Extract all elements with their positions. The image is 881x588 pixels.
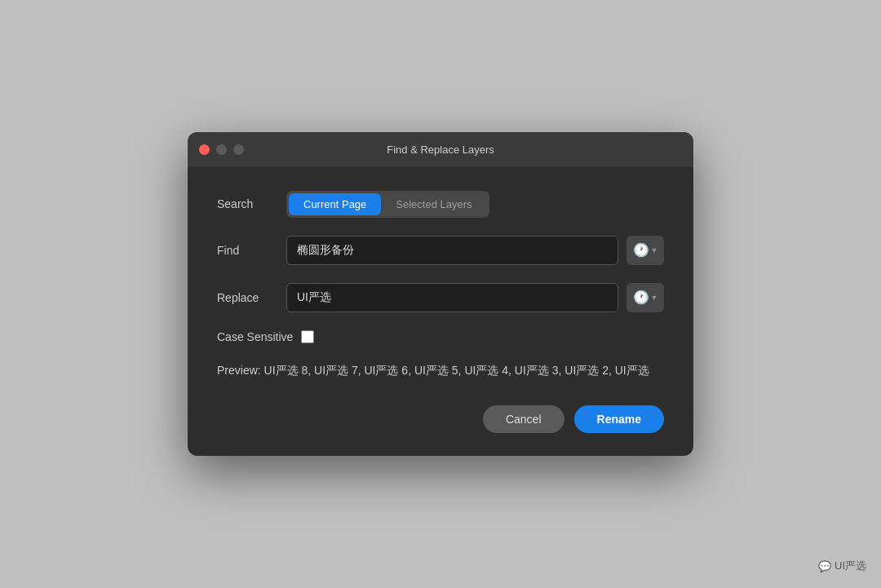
replace-row: Replace 🕐 ▼ — [217, 283, 664, 312]
chevron-down-icon: ▼ — [651, 246, 658, 254]
watermark-icon: 💬 — [818, 560, 831, 573]
case-sensitive-row: Case Sensitive — [217, 330, 664, 343]
history-icon: 🕐 — [633, 242, 649, 258]
find-row: Find 🕐 ▼ — [217, 236, 664, 265]
dialog-title: Find & Replace Layers — [387, 144, 494, 156]
find-input-row: 🕐 ▼ — [286, 236, 664, 265]
replace-label: Replace — [217, 291, 286, 304]
button-row: Cancel Rename — [217, 405, 664, 433]
selected-layers-toggle[interactable]: Selected Layers — [381, 193, 486, 215]
preview-section: Preview: UI严选 8, UI严选 7, UI严选 6, UI严选 5,… — [217, 361, 664, 379]
minimize-button[interactable] — [216, 144, 227, 155]
find-input[interactable] — [286, 236, 618, 265]
current-page-toggle[interactable]: Current Page — [289, 193, 381, 215]
watermark: 💬 UI严选 — [818, 559, 866, 573]
close-button[interactable] — [199, 144, 210, 155]
dialog-content: Search Current Page Selected Layers Find… — [188, 168, 693, 456]
preview-text: Preview: UI严选 8, UI严选 7, UI严选 6, UI严选 5,… — [217, 364, 649, 377]
search-row: Search Current Page Selected Layers — [217, 191, 664, 218]
watermark-text: UI严选 — [835, 559, 866, 573]
title-bar: Find & Replace Layers — [188, 132, 693, 168]
case-sensitive-label: Case Sensitive — [217, 330, 293, 343]
history-icon: 🕐 — [633, 290, 649, 305]
case-sensitive-checkbox[interactable] — [301, 330, 314, 343]
replace-input-row: 🕐 ▼ — [286, 283, 664, 312]
find-replace-dialog: Find & Replace Layers Search Current Pag… — [188, 132, 693, 456]
cancel-button[interactable]: Cancel — [483, 405, 564, 433]
search-toggle: Current Page Selected Layers — [286, 191, 489, 218]
replace-history-button[interactable]: 🕐 ▼ — [626, 283, 664, 312]
search-label: Search — [217, 197, 286, 210]
chevron-down-icon: ▼ — [651, 294, 658, 302]
maximize-button[interactable] — [233, 144, 244, 155]
replace-input[interactable] — [286, 283, 618, 312]
window-controls — [199, 144, 244, 155]
find-label: Find — [217, 244, 286, 257]
find-history-button[interactable]: 🕐 ▼ — [626, 236, 664, 265]
rename-button[interactable]: Rename — [574, 405, 664, 433]
